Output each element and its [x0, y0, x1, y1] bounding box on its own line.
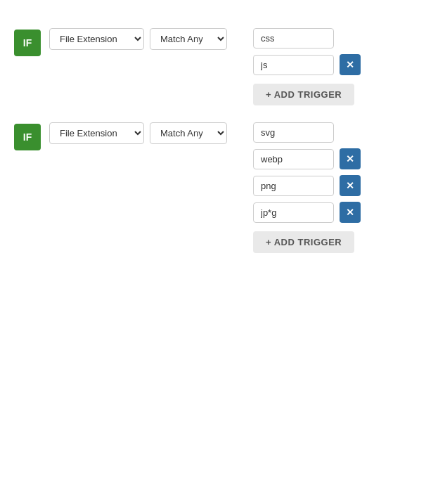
- match-select-1[interactable]: Match AnyMatch AllMatch None: [150, 28, 227, 50]
- if-badge-2: IF: [14, 124, 41, 150]
- condition-left-2: IFFile ExtensionFile NameFile PathMatch …: [14, 122, 227, 150]
- condition-main-row-2: IFFile ExtensionFile NameFile PathMatch …: [14, 122, 412, 253]
- conditions-container: IFFile ExtensionFile NameFile PathMatch …: [14, 28, 412, 253]
- close-icon: ✕: [346, 180, 354, 191]
- field-select-1[interactable]: File ExtensionFile NameFile Path: [49, 28, 144, 50]
- trigger-row-2-4: ✕: [253, 202, 412, 223]
- remove-trigger-button-2-4[interactable]: ✕: [340, 202, 361, 223]
- trigger-input-2-1[interactable]: [253, 122, 334, 143]
- remove-trigger-button-2-3[interactable]: ✕: [340, 175, 361, 196]
- if-badge-1: IF: [14, 30, 41, 56]
- condition-block-2: IFFile ExtensionFile NameFile PathMatch …: [14, 122, 412, 253]
- trigger-row-2-3: ✕: [253, 175, 412, 196]
- condition-block-1: IFFile ExtensionFile NameFile PathMatch …: [14, 28, 412, 105]
- add-trigger-button-1[interactable]: + ADD TRIGGER: [253, 84, 354, 105]
- field-select-2[interactable]: File ExtensionFile NameFile Path: [49, 122, 144, 144]
- trigger-input-2-4[interactable]: [253, 202, 334, 223]
- condition-main-row-1: IFFile ExtensionFile NameFile PathMatch …: [14, 28, 412, 105]
- close-icon: ✕: [346, 207, 354, 218]
- trigger-row-2-1: [253, 122, 412, 143]
- trigger-input-1-1[interactable]: [253, 28, 334, 49]
- condition-left-1: IFFile ExtensionFile NameFile PathMatch …: [14, 28, 227, 56]
- triggers-side-2: ✕✕✕+ ADD TRIGGER: [253, 122, 412, 253]
- close-icon: ✕: [346, 59, 354, 70]
- trigger-row-2-2: ✕: [253, 148, 412, 169]
- add-trigger-button-2[interactable]: + ADD TRIGGER: [253, 231, 354, 253]
- match-select-2[interactable]: Match AnyMatch AllMatch None: [150, 122, 227, 144]
- trigger-row-1-2: ✕: [253, 54, 412, 75]
- trigger-row-1-1: [253, 28, 412, 49]
- trigger-input-1-2[interactable]: [253, 55, 334, 75]
- triggers-side-1: ✕+ ADD TRIGGER: [253, 28, 412, 105]
- trigger-input-2-2[interactable]: [253, 149, 334, 169]
- selects-row-2: File ExtensionFile NameFile PathMatch An…: [49, 122, 227, 144]
- trigger-input-2-3[interactable]: [253, 176, 334, 196]
- remove-trigger-button-2-2[interactable]: ✕: [340, 148, 361, 169]
- selects-row-1: File ExtensionFile NameFile PathMatch An…: [49, 28, 227, 50]
- close-icon: ✕: [346, 153, 354, 164]
- remove-trigger-button-1-2[interactable]: ✕: [340, 54, 361, 75]
